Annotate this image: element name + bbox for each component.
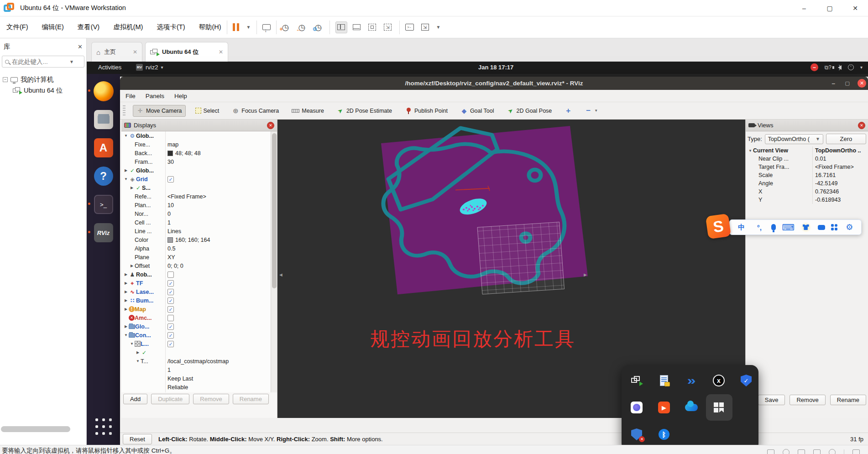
displays-tree-row[interactable]: ▼Grid✓ (121, 175, 271, 183)
collapsed-arrow-icon[interactable]: ▶ (123, 307, 129, 311)
checkbox-checked[interactable]: ✓ (167, 297, 174, 304)
library-item-my-computer[interactable]: − 我的计算机 (3, 74, 84, 85)
dock-item-firefox[interactable] (93, 80, 115, 102)
tab-home[interactable]: ⌂ 主页 ✕ (91, 42, 142, 62)
voice-icon[interactable] (771, 224, 776, 230)
shield-alert-icon[interactable]: ✕ (630, 428, 643, 441)
keyboard-icon[interactable]: ⌨ (782, 222, 794, 233)
vmware-menu-4[interactable]: 选项卡(T) (157, 23, 185, 31)
collapsed-arrow-icon[interactable]: ▶ (123, 272, 129, 277)
checkbox-checked[interactable]: ✓ (167, 280, 174, 287)
displays-tree-row[interactable]: ▶ (121, 348, 271, 357)
row-value-cell[interactable]: 0.5 (166, 245, 271, 252)
row-value-cell[interactable]: ✓ (166, 289, 271, 295)
toolbar-grip[interactable] (123, 105, 125, 116)
search-dropdown-caret[interactable]: ▼ (69, 59, 74, 64)
collapsed-arrow-icon[interactable]: ▶ (123, 290, 129, 294)
checkbox-checked[interactable]: ✓ (167, 324, 174, 330)
row-value-cell[interactable]: 10 (166, 202, 271, 209)
sidebar-horizontal-scrollbar[interactable] (1, 426, 70, 432)
power-dropdown-caret[interactable]: ▼ (246, 25, 251, 30)
checkbox-checked[interactable]: ✓ (167, 289, 174, 295)
view-type-dropdown[interactable]: TopDownOrtho ( ▼ (765, 134, 823, 144)
views-tree-row[interactable]: Target Fra...<Fixed Frame> (746, 163, 868, 171)
dock-item-help[interactable]: ? (93, 165, 115, 187)
onedrive-cloud-icon[interactable] (685, 401, 698, 414)
expanded-arrow-icon[interactable]: ▼ (135, 359, 141, 363)
stretch-dropdown-caret[interactable]: ▼ (436, 25, 441, 30)
displays-tree-row[interactable]: Back...48; 48; 48 (121, 149, 271, 157)
displays-tree-row[interactable]: Keep Last (121, 374, 271, 383)
checkbox-unchecked[interactable] (167, 315, 174, 321)
sogou-logo[interactable]: S (706, 214, 731, 239)
displays-tree-row[interactable]: Color160; 160; 164 (121, 235, 271, 244)
tool-2d-pose-estimate[interactable]: 2D Pose Estimate (334, 105, 395, 116)
row-value-cell[interactable]: ✓ (166, 280, 271, 287)
menu-file[interactable]: File (125, 93, 136, 99)
expanded-arrow-icon[interactable]: ▼ (123, 134, 129, 138)
cdrom-icon[interactable] (783, 449, 790, 454)
tool-goal-tool[interactable]: Goal Tool (457, 105, 497, 116)
displays-tree-row[interactable]: Line ...Lines (121, 227, 271, 235)
views-tree-row[interactable]: Y-0.618943 (746, 196, 868, 204)
displays-tree-row[interactable]: Fram...30 (121, 157, 271, 166)
collapsed-arrow-icon[interactable]: ▶ (129, 264, 135, 268)
views-close-icon[interactable]: ✕ (858, 122, 865, 129)
xbox-icon[interactable]: x (712, 374, 726, 387)
hdd-icon[interactable] (767, 449, 774, 454)
collapse-right-panel-icon[interactable]: ► (583, 272, 588, 277)
vmware-tray-icon[interactable] (630, 374, 643, 387)
remove-views-button[interactable]: Remove (790, 395, 825, 405)
row-value-cell[interactable]: ✓ (166, 332, 271, 339)
displays-tree-row[interactable]: ▶Lase...✓ (121, 287, 271, 296)
displays-tree-row[interactable]: ✕Amc... (121, 313, 271, 322)
tool-measure[interactable]: Measure (288, 106, 327, 116)
row-value-cell[interactable]: Keep Last (166, 376, 271, 382)
tab-home-close-icon[interactable]: ✕ (133, 49, 137, 55)
display-icon[interactable] (852, 449, 860, 454)
row-value-cell[interactable]: XY (166, 254, 271, 261)
library-close-icon[interactable]: ✕ (78, 43, 83, 50)
power-automate-icon[interactable]: » (685, 374, 698, 387)
sound-icon[interactable] (813, 449, 821, 454)
toolbox-icon[interactable] (831, 224, 837, 230)
row-value-cell[interactable]: <Fixed Frame> (813, 164, 868, 170)
collapsed-arrow-icon[interactable]: ▶ (123, 298, 129, 303)
displays-tree-row[interactable]: ▶Rob... (121, 270, 271, 279)
row-value-cell[interactable]: <Fixed Frame> (166, 193, 271, 200)
pause-vm-icon[interactable] (233, 23, 239, 31)
revert-snapshot-icon[interactable]: ← (298, 23, 308, 32)
zero-button[interactable]: Zero (826, 134, 866, 144)
rviz-titlebar[interactable]: /home/xzf/Desktop/rviz_config/nav2_defau… (120, 77, 868, 90)
displays-tree-row[interactable]: ▶S... (121, 183, 271, 192)
displays-tree-row[interactable]: Nor...0 (121, 209, 271, 218)
rviz-maximize-button[interactable]: ▢ (845, 77, 850, 90)
protected-doc-icon[interactable] (657, 374, 671, 387)
rviz-close-button[interactable]: ✕ (858, 79, 866, 88)
pen-app-icon[interactable] (630, 401, 643, 414)
views-tree-row[interactable]: ▼Current ViewTopDownOrtho .. (746, 146, 868, 155)
tab-ubuntu-vm[interactable]: Ubuntu 64 位 ✕ (145, 42, 228, 62)
row-value-cell[interactable]: 0.762346 (813, 188, 868, 195)
collapsed-arrow-icon[interactable]: ▶ (123, 324, 129, 329)
menu-help[interactable]: Help (174, 93, 187, 99)
dock-item-rviz[interactable]: RViz (93, 222, 115, 244)
dock-item-software[interactable]: A (93, 137, 115, 159)
dock-item-files[interactable] (93, 109, 115, 130)
displays-tree-row[interactable]: ▼Glob... (121, 131, 271, 140)
unity-mode-button[interactable]: ⇲ (382, 21, 394, 33)
system-status-area[interactable]: − ⧉? ▾ (810, 63, 863, 71)
checkbox-checked[interactable]: ✓ (167, 332, 174, 339)
row-value-cell[interactable] (166, 315, 271, 321)
tool-publish-point[interactable]: Publish Point (402, 105, 451, 116)
save-views-button[interactable]: Save (758, 395, 785, 405)
dock-item-terminal[interactable]: >_ (93, 193, 115, 215)
row-value-cell[interactable] (166, 271, 271, 278)
vmware-menu-1[interactable]: 编辑(E) (42, 23, 64, 31)
tool-plus[interactable] (561, 105, 575, 116)
fullscreen-button[interactable] (366, 21, 378, 33)
displays-tree-row[interactable]: ▼T.../local_costmap/costmap (121, 357, 271, 365)
row-value-cell[interactable]: 48; 48; 48 (166, 150, 271, 157)
row-value-cell[interactable]: -0.618943 (813, 197, 868, 203)
displays-tree-row[interactable]: ▶Glob... (121, 166, 271, 175)
